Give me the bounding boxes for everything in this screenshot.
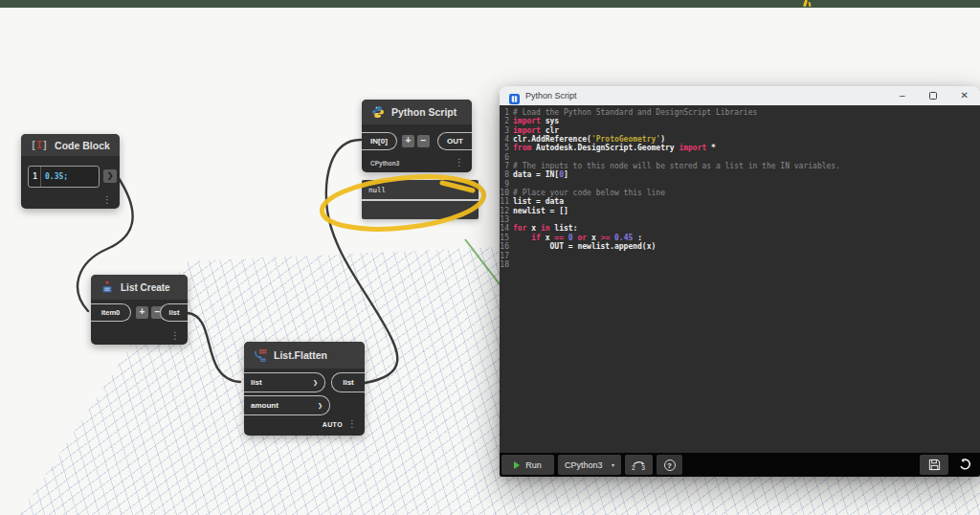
node-title: Python Script — [391, 106, 457, 118]
list-create-header[interactable]: List Create — [91, 275, 188, 300]
node-code-block[interactable]: [I] Code Block 1 0.35; ❯ ⋮ — [21, 134, 120, 209]
code-line: 7# The inputs to this node will be store… — [500, 162, 980, 170]
preview-value: null — [362, 180, 479, 199]
line-number: 10 — [500, 189, 513, 197]
node-title: List Create — [121, 282, 170, 293]
line-number: 1 — [500, 108, 513, 117]
port-list-output[interactable]: list — [331, 372, 365, 392]
topbar — [0, 0, 980, 8]
add-input-button[interactable]: + — [136, 306, 148, 319]
line-number: 7 — [500, 162, 513, 170]
port-amount-in[interactable]: amount ❯ — [244, 395, 330, 415]
line-number: 15 — [500, 234, 513, 242]
more-menu-icon[interactable]: ⋮ — [347, 419, 357, 429]
line-number: 18 — [500, 260, 513, 269]
code-line: 8data = IN[0] — [500, 170, 980, 179]
code-line: 15 if x == 0 or x >= 0.45 : — [500, 234, 980, 242]
code-block-icon: [I] — [31, 140, 48, 150]
chevron-right-icon: ❯ — [313, 379, 318, 386]
port-list-in[interactable]: list ❯ — [244, 372, 325, 392]
line-number: 13 — [500, 215, 513, 224]
wire-list-create-to-list-flatten[interactable] — [188, 313, 240, 382]
code-block-output-port[interactable]: ❯ — [103, 169, 117, 183]
more-menu-icon[interactable]: ⋮ — [455, 158, 464, 168]
code-line: 1# Load the Python Standard and DesignSc… — [500, 108, 980, 117]
code-line: 14for x in list: — [500, 224, 980, 233]
node-python-script[interactable]: Python Script IN[0] + − OUT CPython3 ⋮ — [362, 100, 472, 172]
annotation-mark — [803, 0, 808, 7]
code-line: 18 — [500, 260, 980, 269]
line-number: 11 — [500, 197, 513, 206]
line-number: 17 — [500, 252, 513, 260]
floppy-icon — [928, 459, 941, 471]
run-button[interactable]: Run — [501, 455, 554, 475]
preview-empty-row — [362, 201, 479, 219]
help-button[interactable]: ? — [657, 455, 682, 475]
code-editor-area[interactable]: 1# Load the Python Standard and DesignSc… — [500, 105, 980, 453]
node-title: Code Block — [55, 140, 110, 151]
undo-icon — [959, 459, 971, 471]
more-menu-icon[interactable]: ⋮ — [170, 331, 180, 341]
line-number: 4 — [500, 135, 513, 144]
line-number: 2 — [500, 117, 513, 125]
line-number: 5 — [500, 144, 513, 152]
code-line: 3import clr — [500, 126, 980, 135]
help-icon: ? — [664, 459, 676, 471]
engine-label: CPython3 — [370, 160, 399, 167]
chevron-down-icon: ▾ — [612, 461, 614, 468]
code-block-value[interactable]: 0.35; — [41, 172, 68, 181]
chevron-right-icon: ❯ — [318, 402, 323, 409]
code-line: 17 — [500, 252, 980, 260]
line-number: 14 — [500, 224, 513, 233]
line-number: 3 — [500, 126, 513, 135]
migrate-2to3-button[interactable]: 2 3 — [625, 455, 653, 475]
remove-input-button[interactable]: − — [417, 135, 430, 147]
editor-toolbar: Run CPython3 ▾ 2 3 ? — [500, 453, 980, 477]
editor-titlebar[interactable]: Python Script – ✕ — [500, 86, 980, 105]
annotation-mark — [809, 2, 812, 7]
port-in0[interactable]: IN[0] — [362, 132, 397, 150]
port-item0[interactable]: item0 — [91, 303, 131, 322]
editor-app-icon — [509, 91, 520, 101]
lacing-label[interactable]: AUTO — [323, 421, 343, 428]
save-button[interactable] — [920, 455, 948, 475]
dynamo-workspace: [I] Code Block 1 0.35; ❯ ⋮ Python Script… — [0, 0, 980, 515]
svg-text:2: 2 — [632, 464, 635, 471]
python-icon — [371, 105, 385, 119]
code-line: 2import sys — [500, 117, 980, 125]
svg-text:3: 3 — [641, 464, 645, 471]
list-flatten-icon — [254, 348, 267, 362]
migrate-2to3-icon: 2 3 — [630, 458, 648, 472]
code-line: 11list = data — [500, 197, 980, 206]
code-line: 16 OUT = newlist.append(x) — [500, 242, 980, 251]
close-button[interactable]: ✕ — [961, 91, 969, 101]
engine-dropdown[interactable]: CPython3 ▾ — [558, 455, 621, 475]
editor-title: Python Script — [525, 91, 577, 101]
python-script-editor-window[interactable]: Python Script – ✕ 1# Load the Python Sta… — [500, 86, 980, 477]
line-number: 8 — [500, 170, 513, 179]
line-number: 9 — [500, 180, 513, 189]
add-input-button[interactable]: + — [402, 135, 414, 147]
code-line: 4clr.AddReference('ProtoGeometry') — [500, 135, 980, 144]
code-block-value-box[interactable]: 1 0.35; — [28, 166, 100, 188]
code-line: 5from Autodesk.DesignScript.Geometry imp… — [500, 144, 980, 152]
node-list-flatten[interactable]: List.Flatten list ❯ amount ❯ list AUTO ⋮ — [244, 342, 365, 436]
minimize-button[interactable]: – — [900, 91, 905, 101]
maximize-button[interactable] — [929, 92, 937, 100]
node-list-create[interactable]: List Create item0 + − list ⋮ — [91, 275, 188, 345]
code-line: 6 — [500, 153, 980, 162]
revert-button[interactable] — [952, 455, 978, 475]
list-create-icon — [100, 280, 114, 294]
port-list-out[interactable]: list — [160, 303, 188, 322]
port-out[interactable]: OUT — [437, 132, 472, 150]
line-number: 16 — [500, 242, 513, 251]
line-number: 6 — [500, 153, 513, 162]
list-flatten-header[interactable]: List.Flatten — [244, 342, 365, 369]
code-line: 10# Place your code below this line — [500, 189, 980, 197]
code-line: 9 — [500, 180, 980, 189]
code-line: 12newlist = [] — [500, 207, 980, 215]
preview-bubble[interactable]: null — [362, 180, 479, 219]
python-node-header[interactable]: Python Script — [362, 100, 472, 124]
code-block-header[interactable]: [I] Code Block — [21, 134, 120, 156]
more-menu-icon[interactable]: ⋮ — [102, 195, 112, 205]
